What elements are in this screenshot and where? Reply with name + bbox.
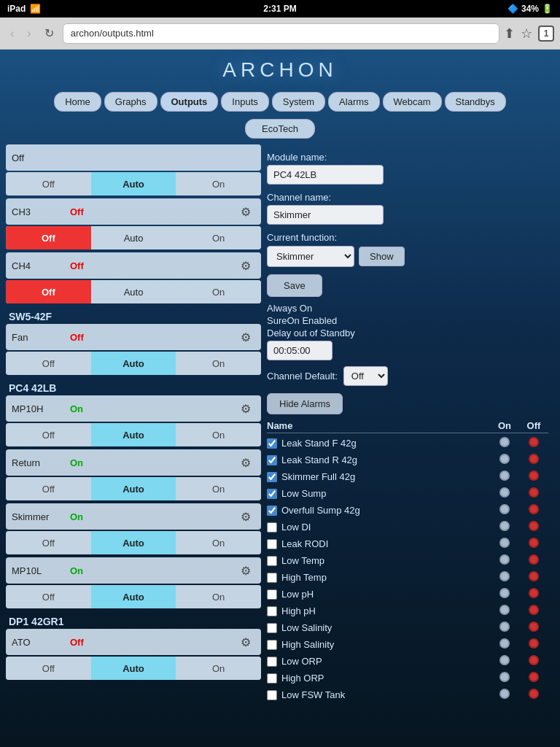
alarm-checkbox-1[interactable] xyxy=(267,455,277,465)
alarm-checkbox-0[interactable] xyxy=(267,438,277,449)
channel-row-ato: ATO Off ⚙ xyxy=(6,629,261,655)
toggle-off-ch4[interactable]: Off xyxy=(6,280,91,303)
channel-default-select[interactable]: Off On Auto xyxy=(343,366,388,386)
tab-home[interactable]: Home xyxy=(54,92,101,112)
show-button[interactable]: Show xyxy=(359,247,405,266)
gear-button-ch3[interactable]: ⚙ xyxy=(236,205,255,219)
toggle-auto-mp10h[interactable]: Auto xyxy=(91,423,176,446)
toggle-off-skimmer[interactable]: Off xyxy=(6,531,91,554)
channel-row-fan: Fan Off ⚙ xyxy=(6,324,261,350)
tab-system[interactable]: System xyxy=(272,92,325,112)
alarm-row: Low DI xyxy=(267,519,548,535)
toggle-auto-ch4[interactable]: Auto xyxy=(91,280,176,303)
alarm-rows-container: Leak Stand F 42gLeak Stand R 42gSkimmer … xyxy=(267,435,548,703)
current-function-label: Current function: xyxy=(267,232,548,243)
gear-button-mp10l[interactable]: ⚙ xyxy=(236,564,255,578)
channel-name-skimmer: Skimmer xyxy=(12,511,70,522)
toggle-off-return[interactable]: Off xyxy=(6,477,91,500)
toggle-on-mp10l[interactable]: On xyxy=(176,585,261,608)
tab-graphs[interactable]: Graphs xyxy=(104,92,158,112)
toggle-auto-skimmer[interactable]: Auto xyxy=(91,531,176,554)
toggle-auto-ato[interactable]: Auto xyxy=(91,657,176,680)
toggle-off-first[interactable]: Off xyxy=(6,172,91,196)
toggle-on-ato[interactable]: On xyxy=(176,657,261,680)
toggle-on-fan[interactable]: On xyxy=(176,352,261,375)
tab-alarms[interactable]: Alarms xyxy=(328,92,379,112)
alarm-row: Low Sump xyxy=(267,485,548,502)
tab-outputs[interactable]: Outputs xyxy=(160,92,219,112)
toggle-off-ato[interactable]: Off xyxy=(6,657,91,680)
toggle-auto-mp10l[interactable]: Auto xyxy=(91,585,176,608)
alarm-checkbox-10[interactable] xyxy=(267,606,277,616)
toggle-auto-return[interactable]: Auto xyxy=(91,477,176,500)
alarm-checkbox-2[interactable] xyxy=(267,472,277,482)
ecotech-button[interactable]: EcoTech xyxy=(245,119,315,139)
tab-standbys[interactable]: Standbys xyxy=(445,92,506,112)
alarm-checkbox-7[interactable] xyxy=(267,556,277,566)
toggle-off-fan[interactable]: Off xyxy=(6,352,91,375)
alarm-checkbox-12[interactable] xyxy=(267,640,277,650)
gear-button-fan[interactable]: ⚙ xyxy=(236,330,255,344)
toggle-off-mp10l[interactable]: Off xyxy=(6,585,91,608)
alarm-name-0: Leak Stand F 42g xyxy=(281,438,490,449)
delay-time-input[interactable] xyxy=(267,341,332,360)
alarm-row: High Temp xyxy=(267,569,548,586)
toggle-on-first[interactable]: On xyxy=(176,172,261,196)
tab-count[interactable]: 1 xyxy=(538,26,554,42)
gear-button-skimmer[interactable]: ⚙ xyxy=(236,510,255,524)
alarm-checkbox-14[interactable] xyxy=(267,673,277,684)
alarm-checkbox-11[interactable] xyxy=(267,623,277,633)
function-select[interactable]: Skimmer Return Pump Heater Fan Light xyxy=(267,246,354,267)
toggle-on-skimmer[interactable]: On xyxy=(176,531,261,554)
reload-button[interactable]: ↻ xyxy=(40,23,58,43)
channel-name-input[interactable] xyxy=(267,205,384,225)
toggle-auto-ch3[interactable]: Auto xyxy=(91,226,176,249)
gear-button-mp10h[interactable]: ⚙ xyxy=(236,402,255,416)
alarm-checkbox-15[interactable] xyxy=(267,690,277,700)
alarm-radio-on-6 xyxy=(490,538,519,550)
alarms-header: Name On Off xyxy=(267,419,548,433)
tab-inputs[interactable]: Inputs xyxy=(221,92,268,112)
save-button[interactable]: Save xyxy=(267,274,322,297)
alarm-radio-on-1 xyxy=(490,454,519,466)
gear-button-ch4[interactable]: ⚙ xyxy=(236,259,255,273)
toggle-auto-first[interactable]: Auto xyxy=(91,172,176,196)
logo-area: ARCHON xyxy=(0,50,560,88)
alarm-row: Low Salinity xyxy=(267,619,548,636)
back-button[interactable]: ‹ xyxy=(6,24,18,43)
share-button[interactable]: ⬆ xyxy=(504,26,515,42)
alarm-checkbox-3[interactable] xyxy=(267,489,277,499)
toggle-on-ch4[interactable]: On xyxy=(176,280,261,303)
alarm-checkbox-4[interactable] xyxy=(267,506,277,516)
alarm-checkbox-5[interactable] xyxy=(267,522,277,533)
tab-webcam[interactable]: Webcam xyxy=(383,92,442,112)
toggle-row-fan: Off Auto On xyxy=(6,352,261,375)
alarm-checkbox-9[interactable] xyxy=(267,589,277,600)
toggle-on-ch3[interactable]: On xyxy=(176,226,261,249)
toggle-off-ch3[interactable]: Off xyxy=(6,226,91,249)
toggle-row-return: Off Auto On xyxy=(6,477,261,500)
hide-alarms-button[interactable]: Hide Alarms xyxy=(267,393,343,414)
time-display: 2:31 PM xyxy=(263,4,296,14)
gear-button-ato[interactable]: ⚙ xyxy=(236,635,255,649)
alarm-radio-off-7 xyxy=(519,554,548,567)
gear-button-return[interactable]: ⚙ xyxy=(236,456,255,470)
alarm-radio-on-3 xyxy=(490,487,519,500)
group-label-pc4: PC4 42LB xyxy=(6,378,261,395)
toggle-off-mp10h[interactable]: Off xyxy=(6,423,91,446)
bookmark-button[interactable]: ☆ xyxy=(521,26,532,42)
toggle-auto-fan[interactable]: Auto xyxy=(91,352,176,375)
battery-icon: 🔋 xyxy=(542,4,553,14)
forward-button[interactable]: › xyxy=(23,24,35,43)
toggle-on-mp10h[interactable]: On xyxy=(176,423,261,446)
alarm-checkbox-6[interactable] xyxy=(267,539,277,549)
alarm-radio-off-5 xyxy=(519,521,548,533)
toggle-on-return[interactable]: On xyxy=(176,477,261,500)
alarm-row: Skimmer Full 42g xyxy=(267,468,548,485)
module-name-input[interactable] xyxy=(267,165,384,185)
alarm-checkbox-13[interactable] xyxy=(267,657,277,667)
alarm-name-14: High ORP xyxy=(281,673,490,684)
alarm-row: Low ORP xyxy=(267,653,548,670)
url-bar[interactable]: archon/outputs.html xyxy=(63,23,499,44)
alarm-checkbox-8[interactable] xyxy=(267,573,277,583)
